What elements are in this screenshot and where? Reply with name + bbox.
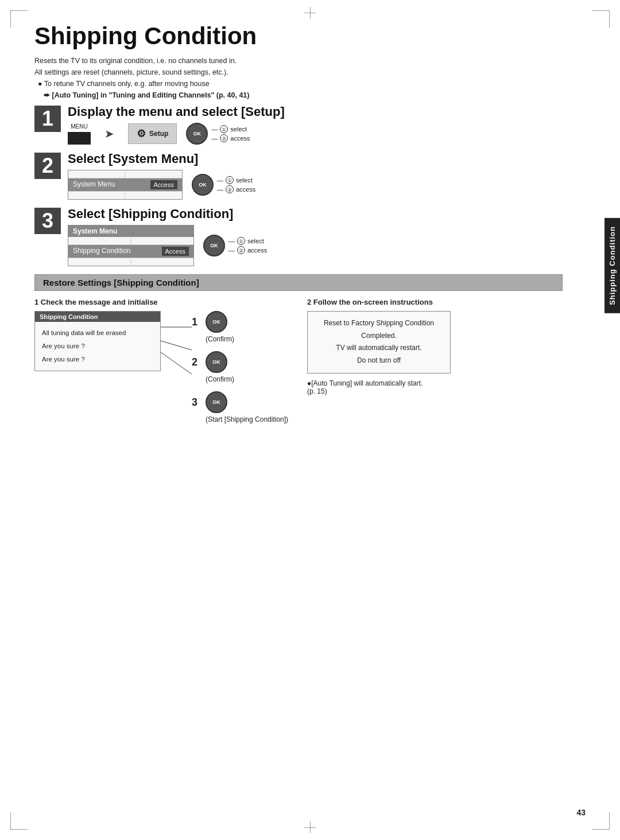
- step1-select2: —②access: [211, 134, 250, 142]
- main-content: Shipping Condition Resets the TV to its …: [34, 23, 586, 423]
- dialog-ok-wrapper: Shipping Condition All tuning data will …: [34, 311, 290, 423]
- step1-arrow: ➤: [104, 127, 114, 141]
- restore-header: Restore Settings [Shipping Condition]: [34, 274, 563, 291]
- step-2-number: 2: [34, 153, 61, 179]
- step-2-block: 2 Select [System Menu] ⋮ System Menu Acc…: [34, 151, 563, 200]
- step-2-inner: ⋮ System Menu Access ⋮ OK —①select: [68, 170, 563, 200]
- step-3-block: 3 Select [Shipping Condition] System Men…: [34, 207, 563, 266]
- intro-line1: Resets the TV to its original condition,…: [34, 55, 563, 67]
- dialog-line3: Are you sure ?: [42, 353, 153, 366]
- intro-line2: All settings are reset (channels, pictur…: [34, 67, 563, 78]
- step3-row-dots1: ⋮: [68, 237, 193, 245]
- step2-select1: —①select: [217, 176, 255, 184]
- auto-tuning-note: ●[Auto Tuning] will automatically start.…: [307, 379, 563, 395]
- ok-step-2: 2 OK: [192, 351, 288, 373]
- step2-row-dots1: ⋮: [68, 170, 182, 178]
- page-title: Shipping Condition: [34, 23, 563, 49]
- step-3-title: Select [Shipping Condition]: [68, 207, 563, 221]
- step-2-content: Select [System Menu] ⋮ System Menu Acces…: [68, 151, 563, 200]
- info-line4: Do not turn off: [316, 355, 442, 367]
- ok-step-1: 1 OK: [192, 311, 288, 333]
- ok-step-2-label: (Confirm): [206, 375, 288, 383]
- intro-bullet: ● To retune TV channels only, e.g. after…: [34, 78, 563, 90]
- ok-steps-list: 1 OK (Confirm) 2 OK: [192, 311, 288, 423]
- step2-row-system: System Menu Access: [68, 178, 182, 192]
- restore-right: 2 Follow the on-screen instructions Rese…: [307, 298, 563, 395]
- step3-ok-btn[interactable]: OK: [203, 235, 225, 256]
- step-1-inner: MENU ➤ ⚙ Setup OK —①select: [68, 123, 563, 145]
- ok-step-2-btn[interactable]: OK: [206, 351, 227, 373]
- crosshair-top: [304, 7, 316, 18]
- step-1-title: Display the menu and select [Setup]: [68, 104, 563, 119]
- corner-mark-bl: [10, 812, 28, 830]
- step2-row-dots2: ⋮: [68, 192, 182, 199]
- ok-step-1-label: (Confirm): [206, 335, 288, 343]
- ok-step-3-btn[interactable]: OK: [206, 391, 227, 413]
- setup-icon: ⚙: [137, 127, 146, 140]
- step2-menu-table: ⋮ System Menu Access ⋮: [68, 170, 183, 200]
- intro-text: Resets the TV to its original condition,…: [34, 55, 563, 101]
- page-number: 43: [576, 808, 586, 817]
- ok-step-2-num: 2: [192, 356, 201, 368]
- step3-row-dots2: ⋮: [68, 258, 193, 266]
- ok-step-3-label: (Start [Shipping Condition]): [206, 415, 288, 423]
- dialog-body: All tuning data will be erased Are you s…: [35, 322, 160, 371]
- intro-arrow-link: ➨ [Auto Tuning] in "Tuning and Editing C…: [34, 90, 563, 101]
- shipping-dialog: Shipping Condition All tuning data will …: [34, 311, 161, 371]
- menu-button[interactable]: [68, 132, 91, 145]
- corner-mark-br: [592, 812, 610, 830]
- restore-columns: 1 Check the message and initialise Shipp…: [34, 298, 563, 423]
- crosshair-bottom: [304, 822, 316, 833]
- svg-line-2: [161, 352, 192, 374]
- menu-label: MENU: [71, 123, 87, 130]
- ok-step-1-num: 1: [192, 316, 201, 328]
- step1-ok-btn[interactable]: OK: [186, 123, 208, 145]
- step-1-block: 1 Display the menu and select [Setup] ME…: [34, 104, 563, 145]
- step3-select2: —②access: [228, 246, 267, 254]
- info-line1: Reset to Factory Shipping Condition: [316, 317, 442, 330]
- step1-select1: —①select: [211, 125, 250, 133]
- side-tab-container: Shipping Condition: [604, 218, 620, 313]
- step2-select2: —②access: [217, 185, 255, 193]
- ok-step-3: 3 OK: [192, 391, 288, 413]
- step2-ok-btn[interactable]: OK: [192, 174, 214, 196]
- step-2-title: Select [System Menu]: [68, 151, 563, 166]
- info-box: Reset to Factory Shipping Condition Comp…: [307, 311, 451, 373]
- step3-menu-header: System Menu: [68, 225, 193, 237]
- dialog-header: Shipping Condition: [35, 312, 160, 322]
- setup-box: ⚙ Setup: [128, 123, 177, 144]
- step3-row-shipping: Shipping Condition Access: [68, 245, 193, 258]
- restore-section: Restore Settings [Shipping Condition] 1 …: [34, 274, 563, 423]
- corner-mark-tr: [592, 10, 610, 28]
- step3-menu-table: System Menu ⋮ Shipping Condition Access …: [68, 225, 194, 266]
- svg-line-1: [161, 341, 192, 350]
- corner-mark-tl: [10, 10, 28, 28]
- restore-right-title: 2 Follow the on-screen instructions: [307, 298, 563, 306]
- ok-step-3-num: 3: [192, 396, 201, 409]
- info-line2: Completed.: [316, 330, 442, 343]
- step-1-number: 1: [34, 106, 61, 132]
- dialog-line1: All tuning data will be erased: [42, 326, 153, 340]
- step-3-inner: System Menu ⋮ Shipping Condition Access …: [68, 225, 563, 266]
- step-1-content: Display the menu and select [Setup] MENU…: [68, 104, 563, 145]
- restore-left-title: 1 Check the message and initialise: [34, 298, 290, 306]
- ok-step-1-btn[interactable]: OK: [206, 311, 227, 333]
- restore-left: 1 Check the message and initialise Shipp…: [34, 298, 290, 423]
- step3-select1: —①select: [228, 237, 267, 245]
- ok-steps-container: 1 OK (Confirm) 2 OK: [161, 311, 288, 423]
- dialog-line2: Are you sure ?: [42, 340, 153, 353]
- step-3-number: 3: [34, 208, 61, 234]
- side-tab-text: Shipping Condition: [604, 218, 620, 313]
- step-3-content: Select [Shipping Condition] System Menu …: [68, 207, 563, 266]
- info-line3: TV will automatically restart.: [316, 342, 442, 355]
